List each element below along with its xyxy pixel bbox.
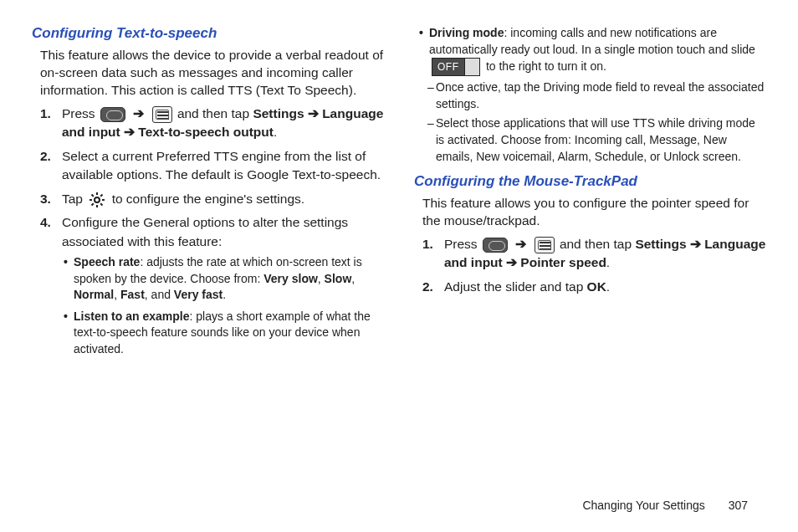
step-text: and then tap xyxy=(560,237,632,251)
period: . xyxy=(606,255,610,269)
step-number: 2. xyxy=(40,147,51,166)
dash-item: Select those applications that will use … xyxy=(436,115,766,165)
bullet-text: to the right to turn it on. xyxy=(486,59,606,73)
step-number: 3. xyxy=(40,190,51,208)
bullet-label: Listen to an example xyxy=(74,309,189,323)
driving-mode-bullets: Driving mode: incoming calls and new not… xyxy=(414,25,766,165)
toggle-label: OFF xyxy=(437,60,459,74)
step-1: 1. Press ➔ and then tap Settings ➔ Langu… xyxy=(62,105,384,142)
sep: , xyxy=(351,272,355,285)
menu-icon xyxy=(152,106,172,123)
step-text: Tap xyxy=(62,192,83,206)
step-1: 1. Press ➔ and then tap Settings ➔ Langu… xyxy=(444,235,766,273)
step-4: 4. Configure the General options to alte… xyxy=(62,213,384,358)
sep: , and xyxy=(145,288,174,301)
bullet-listen-example: Listen to an example: plays a short exam… xyxy=(74,309,384,358)
sep: , xyxy=(318,272,325,285)
step-2: 2. Select a current Preferred TTS engine… xyxy=(62,147,384,185)
svg-line-7 xyxy=(101,194,103,196)
svg-point-0 xyxy=(95,197,100,202)
step-text: and then tap xyxy=(177,106,249,120)
page-number: 307 xyxy=(729,499,748,512)
footer-section: Changing Your Settings xyxy=(582,499,704,512)
period: . xyxy=(274,125,277,139)
bullet-speech-rate: Speech rate: adjusts the rate at which o… xyxy=(74,254,384,304)
arrow-icon: ➔ xyxy=(513,237,529,251)
home-button-icon xyxy=(483,238,508,253)
step-2: 2. Adjust the slider and tap OK. xyxy=(444,278,766,296)
off-toggle-icon: OFF xyxy=(432,58,480,76)
step-text: to configure the engine's settings. xyxy=(112,192,304,206)
svg-line-8 xyxy=(92,203,94,205)
step-text: Press xyxy=(62,106,95,120)
right-column: Driving mode: incoming calls and new not… xyxy=(414,25,766,363)
step4-bullets: Speech rate: adjusts the rate at which o… xyxy=(62,254,384,358)
opt: Very slow xyxy=(263,272,318,285)
driving-mode-sublist: Once active, tap the Driving mode field … xyxy=(429,79,766,165)
opt: Very fast xyxy=(174,288,223,301)
opt: Normal xyxy=(74,288,114,301)
svg-line-6 xyxy=(101,203,103,205)
trackpad-intro: This feature allows you to configure the… xyxy=(414,195,766,230)
step-number: 1. xyxy=(40,105,51,123)
bullet-driving-mode: Driving mode: incoming calls and new not… xyxy=(429,25,766,165)
menu-icon xyxy=(535,237,555,253)
sep: , xyxy=(114,288,120,301)
step-number: 4. xyxy=(40,213,51,232)
period: . xyxy=(606,279,610,294)
bullet-label: Driving mode xyxy=(429,26,504,39)
step-text: Press xyxy=(444,237,478,251)
home-button-icon xyxy=(100,107,125,122)
step-number: 1. xyxy=(422,235,433,253)
trackpad-steps: 1. Press ➔ and then tap Settings ➔ Langu… xyxy=(414,235,766,296)
ok-label: OK xyxy=(587,279,606,294)
period: . xyxy=(223,288,226,301)
step-text: Select a current Preferred TTS engine fr… xyxy=(62,149,381,182)
page-footer: Changing Your Settings 307 xyxy=(582,499,748,512)
step-text: Configure the General options to alter t… xyxy=(62,215,348,248)
left-column: Configuring Text-to-speech This feature … xyxy=(32,25,384,363)
step-number: 2. xyxy=(422,278,433,296)
section-heading-tts: Configuring Text-to-speech xyxy=(32,25,384,42)
opt: Slow xyxy=(325,272,352,285)
tts-steps: 1. Press ➔ and then tap Settings ➔ Langu… xyxy=(32,105,384,358)
opt: Fast xyxy=(120,288,145,301)
step-3: 3. Tap xyxy=(62,190,384,208)
dash-item: Once active, tap the Driving mode field … xyxy=(436,79,766,112)
step-text: Adjust the slider and tap xyxy=(444,279,587,294)
section-heading-trackpad: Configuring the Mouse-TrackPad xyxy=(414,173,766,190)
svg-line-5 xyxy=(92,194,94,196)
toggle-knob xyxy=(464,59,479,75)
tts-intro: This feature allows the device to provid… xyxy=(32,47,384,100)
gear-icon xyxy=(88,192,106,208)
arrow-icon: ➔ xyxy=(130,106,146,120)
bullet-label: Speech rate xyxy=(74,255,140,269)
